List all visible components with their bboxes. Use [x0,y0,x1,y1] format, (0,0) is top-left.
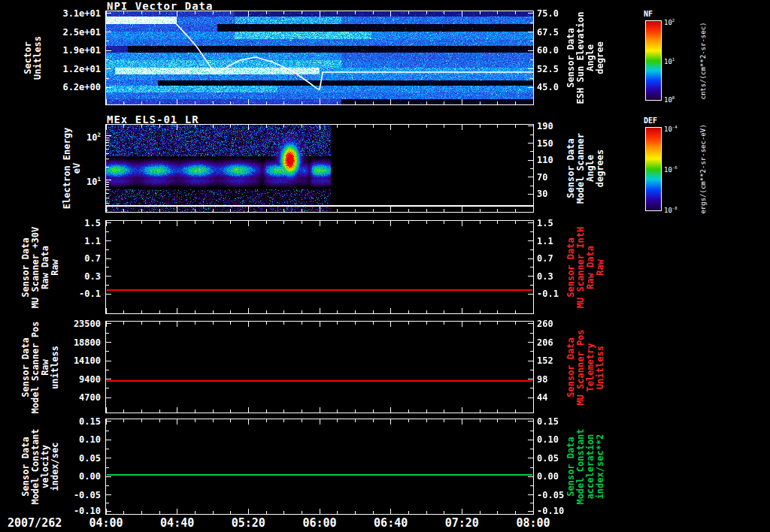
x-tick-label: 08:00 [516,516,550,530]
tick-mark [106,203,109,204]
tick-mark [355,11,356,14]
tick-mark [530,285,533,286]
tick-mark [426,419,427,422]
tick-mark [195,221,196,224]
tick-mark [266,419,267,422]
tick-mark [528,494,533,495]
tick-mark [320,308,320,313]
y-tick-label: 152 [537,356,553,365]
tick-mark [373,511,374,514]
tick-mark [528,379,533,379]
tick-mark [426,11,427,14]
axis-label-right-els: Sensor Data Model Scanner Angle degrees [566,133,605,204]
tick-mark [159,511,160,514]
y-tick-label: 0.3 [537,272,553,281]
tick-mark [530,41,533,41]
tick-mark [141,125,142,128]
tick-mark [195,101,196,104]
tick-mark [123,101,124,104]
tick-mark [213,125,214,128]
tick-mark [213,209,214,212]
y-tick-label: 1.5 [537,219,553,228]
x-tick-label: 05:20 [232,516,265,530]
tick-mark [320,99,320,104]
tick-mark [106,258,111,259]
tick-mark [533,11,534,17]
tick-mark [497,209,498,212]
tick-mark [530,431,533,431]
tick-mark [426,221,427,224]
tick-mark [373,101,374,104]
tick-mark [533,322,534,327]
y-tick-label: 45.0 [537,83,559,92]
tick-mark [106,23,109,23]
tick-mark [248,99,249,104]
tick-mark [159,221,160,224]
tick-mark [533,419,534,425]
tick-mark [530,485,533,486]
tick-mark [302,125,302,128]
tick-mark [337,322,338,325]
tick-mark [177,308,177,313]
tick-mark [266,209,267,212]
tick-mark [159,11,160,14]
panel-mu-scanner-30v [105,220,534,314]
x-tick-label: 06:40 [374,516,408,530]
colorbar-tick-label: 10-6 [664,165,678,174]
tick-mark [106,351,109,352]
tick-mark [106,99,107,104]
tick-mark [355,410,356,413]
axis-label-left-scanpos: Sensor Data Model Scanner Pos Raw unitle… [21,321,60,413]
tick-mark [230,101,231,104]
tick-mark [355,511,356,514]
tick-mark [530,503,533,503]
axis-label-left-els: Electron Energy eV [62,128,82,209]
panel-els-spectrogram [105,124,534,213]
tick-mark [337,221,338,224]
tick-mark [528,68,533,69]
tick-mark [106,379,111,379]
tick-mark [177,419,177,425]
tick-mark [426,511,427,514]
tick-mark [408,125,409,128]
vel-data-line [107,474,532,476]
tick-mark [530,168,533,169]
y-tick-label: 2.5e+01 [3,28,101,37]
tick-mark [106,421,111,422]
tick-mark [390,322,391,327]
tick-mark [530,370,533,370]
tick-mark [320,221,320,226]
tick-mark [141,11,142,14]
tick-mark [497,310,498,313]
tick-mark [320,11,320,17]
tick-mark [266,511,267,514]
tick-mark [248,509,249,514]
y-tick-label: 44 [537,393,547,402]
tick-mark [426,101,427,104]
axis-label-right-vel: Sensor Data Model Constant acceleration … [566,428,605,504]
tick-mark [159,322,160,325]
y-tick-label: 75.0 [537,9,559,18]
tick-mark [302,511,302,514]
tick-mark [528,361,533,361]
tick-mark [283,511,284,514]
tick-mark [533,407,534,413]
tick-mark [106,78,109,79]
tick-mark [283,419,284,422]
y-tick-label: 0.7 [537,254,553,263]
tick-mark [141,410,142,413]
tick-mark [141,419,142,422]
x-axis-date-label: 2007/262 [8,516,62,530]
tick-mark [123,125,124,128]
tick-mark [530,78,533,79]
tick-mark [528,125,533,126]
tick-mark [106,240,111,241]
tick-mark [106,180,111,180]
tick-mark [230,322,231,325]
tick-mark [302,11,302,14]
tick-mark [177,11,177,17]
tick-mark [373,322,374,325]
colorbar-nf [645,20,662,101]
y-tick-label: 190 [537,122,553,131]
tick-mark [106,419,107,425]
